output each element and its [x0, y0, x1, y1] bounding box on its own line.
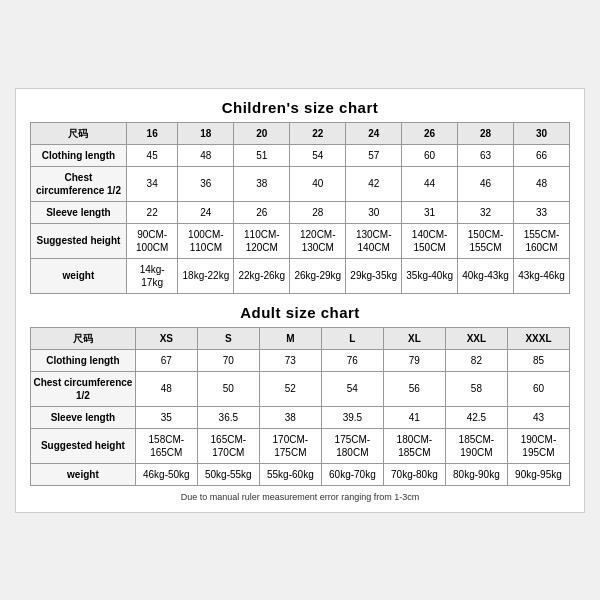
cell-value: 44	[402, 166, 458, 201]
cell-value: 43	[507, 406, 569, 428]
row-label: Sleeve length	[31, 201, 127, 223]
cell-value: 58	[445, 371, 507, 406]
cell-value: 38	[259, 406, 321, 428]
row-label: Chest circumference 1/2	[31, 371, 136, 406]
cell-value: 57	[346, 144, 402, 166]
cell-value: 90CM-100CM	[126, 223, 178, 258]
cell-value: 100CM-110CM	[178, 223, 234, 258]
table-row: Clothing length67707376798285	[31, 349, 570, 371]
cell-value: 40kg-43kg	[458, 258, 514, 293]
cell-value: 50	[197, 371, 259, 406]
cell-value: 36	[178, 166, 234, 201]
cell-value: 48	[178, 144, 234, 166]
cell-value: 50kg-55kg	[197, 463, 259, 485]
cell-value: 41	[383, 406, 445, 428]
table-row: Chest circumference 1/23436384042444648	[31, 166, 570, 201]
row-label: Sleeve length	[31, 406, 136, 428]
cell-value: 170CM-175CM	[259, 428, 321, 463]
cell-value: 70	[197, 349, 259, 371]
cell-value: 35kg-40kg	[402, 258, 458, 293]
cell-value: 66	[514, 144, 570, 166]
adult-table: 尺码XSSMLXLXXLXXXL Clothing length67707376…	[30, 327, 570, 486]
children-col-header: 30	[514, 122, 570, 144]
cell-value: 158CM-165CM	[135, 428, 197, 463]
cell-value: 48	[514, 166, 570, 201]
cell-value: 54	[321, 371, 383, 406]
cell-value: 85	[507, 349, 569, 371]
cell-value: 110CM-120CM	[234, 223, 290, 258]
children-col-header: 22	[290, 122, 346, 144]
cell-value: 43kg-46kg	[514, 258, 570, 293]
cell-value: 73	[259, 349, 321, 371]
cell-value: 175CM-180CM	[321, 428, 383, 463]
cell-value: 180CM-185CM	[383, 428, 445, 463]
row-label: Clothing length	[31, 144, 127, 166]
cell-value: 26	[234, 201, 290, 223]
cell-value: 39.5	[321, 406, 383, 428]
adult-col-header: XXXL	[507, 327, 569, 349]
adult-col-header: XL	[383, 327, 445, 349]
cell-value: 46	[458, 166, 514, 201]
cell-value: 18kg-22kg	[178, 258, 234, 293]
cell-value: 56	[383, 371, 445, 406]
cell-value: 42.5	[445, 406, 507, 428]
table-row: weight46kg-50kg50kg-55kg55kg-60kg60kg-70…	[31, 463, 570, 485]
cell-value: 79	[383, 349, 445, 371]
cell-value: 150CM-155CM	[458, 223, 514, 258]
cell-value: 82	[445, 349, 507, 371]
cell-value: 130CM-140CM	[346, 223, 402, 258]
cell-value: 35	[135, 406, 197, 428]
cell-value: 40	[290, 166, 346, 201]
children-col-header: 20	[234, 122, 290, 144]
cell-value: 80kg-90kg	[445, 463, 507, 485]
cell-value: 32	[458, 201, 514, 223]
table-row: Clothing length4548515457606366	[31, 144, 570, 166]
cell-value: 165CM-170CM	[197, 428, 259, 463]
cell-value: 14kg-17kg	[126, 258, 178, 293]
children-col-header: 尺码	[31, 122, 127, 144]
cell-value: 140CM-150CM	[402, 223, 458, 258]
measurement-note: Due to manual ruler measurement error ra…	[30, 492, 570, 502]
cell-value: 29kg-35kg	[346, 258, 402, 293]
row-label: Clothing length	[31, 349, 136, 371]
adult-chart-title: Adult size chart	[30, 304, 570, 321]
cell-value: 34	[126, 166, 178, 201]
children-col-header: 16	[126, 122, 178, 144]
cell-value: 185CM-190CM	[445, 428, 507, 463]
cell-value: 51	[234, 144, 290, 166]
adult-col-header: 尺码	[31, 327, 136, 349]
cell-value: 52	[259, 371, 321, 406]
table-row: Sleeve length3536.53839.54142.543	[31, 406, 570, 428]
cell-value: 155CM-160CM	[514, 223, 570, 258]
adult-col-header: XS	[135, 327, 197, 349]
cell-value: 60	[507, 371, 569, 406]
cell-value: 67	[135, 349, 197, 371]
cell-value: 120CM-130CM	[290, 223, 346, 258]
cell-value: 60kg-70kg	[321, 463, 383, 485]
table-row: Chest circumference 1/248505254565860	[31, 371, 570, 406]
table-row: Suggested height158CM-165CM165CM-170CM17…	[31, 428, 570, 463]
cell-value: 36.5	[197, 406, 259, 428]
adult-col-header: M	[259, 327, 321, 349]
cell-value: 28	[290, 201, 346, 223]
cell-value: 54	[290, 144, 346, 166]
size-chart-container: Children's size chart 尺码1618202224262830…	[15, 88, 585, 513]
cell-value: 42	[346, 166, 402, 201]
adult-col-header: XXL	[445, 327, 507, 349]
cell-value: 76	[321, 349, 383, 371]
row-label: Suggested height	[31, 223, 127, 258]
cell-value: 63	[458, 144, 514, 166]
cell-value: 38	[234, 166, 290, 201]
cell-value: 60	[402, 144, 458, 166]
cell-value: 45	[126, 144, 178, 166]
cell-value: 31	[402, 201, 458, 223]
children-col-header: 24	[346, 122, 402, 144]
cell-value: 24	[178, 201, 234, 223]
cell-value: 46kg-50kg	[135, 463, 197, 485]
cell-value: 70kg-80kg	[383, 463, 445, 485]
adult-col-header: S	[197, 327, 259, 349]
cell-value: 55kg-60kg	[259, 463, 321, 485]
row-label: Chest circumference 1/2	[31, 166, 127, 201]
cell-value: 22	[126, 201, 178, 223]
table-row: Suggested height90CM-100CM100CM-110CM110…	[31, 223, 570, 258]
